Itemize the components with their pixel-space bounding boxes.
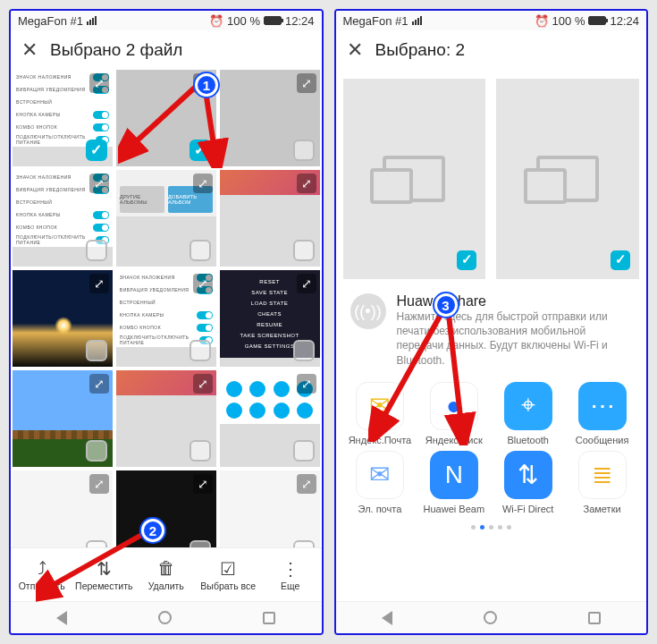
share-target[interactable]: ≣Заметки [567,451,637,514]
checkbox[interactable] [293,440,315,462]
app-label: Яндекс.Диск [425,435,483,445]
thumbnail[interactable]: ⤢ [13,470,113,547]
share-target[interactable]: ⌖Bluetooth [493,382,563,445]
home-icon[interactable] [484,611,497,624]
select-all-button[interactable]: ☑ Выбрать все [198,548,260,601]
expand-icon[interactable]: ⤢ [89,474,109,494]
checkbox[interactable] [86,540,107,547]
expand-icon[interactable]: ⤢ [297,474,316,494]
carrier-label: MegaFon #1 [18,14,83,28]
phone-left screenshot: MegaFon #1 ⏰ 100 % 12:24 ✕ Выбрано 2 фай… [9,9,324,635]
expand-icon[interactable]: ⤢ [89,174,109,193]
select-all-icon: ☑ [220,558,236,578]
thumbnail[interactable]: ЗНАЧОК НАЛОЖЕНИЯ ВИБРАЦИЯ УВЕДОМЛЕНИЯ ВС… [13,170,113,267]
share-target[interactable]: ⋯Сообщения [567,382,637,445]
pager-dot[interactable] [507,525,511,530]
thumbnail[interactable]: ⤢ [220,470,320,547]
checkbox[interactable] [293,540,315,547]
checkbox-checked[interactable] [457,250,476,270]
checkbox[interactable] [190,540,211,547]
phone-right screenshot: MegaFon #1 ⏰ 100 % 12:24 ✕ Выбрано: 2 [334,9,649,635]
checkbox[interactable] [293,140,315,161]
pager-dot[interactable] [471,525,476,530]
clock: 12:24 [285,14,315,28]
preview-thumb[interactable] [343,79,486,279]
page-indicator [336,518,647,537]
carrier-label: MegaFon #1 [343,14,409,28]
share-target[interactable]: NHuawei Beam [418,451,489,514]
recents-icon[interactable] [263,612,275,624]
expand-icon[interactable]: ⤢ [193,474,213,494]
signal-icon [87,16,97,25]
checkbox[interactable] [293,240,315,261]
close-icon[interactable]: ✕ [21,38,38,62]
pager-dot[interactable] [480,525,484,530]
expand-icon[interactable]: ⤢ [193,374,213,394]
back-icon[interactable] [382,611,392,625]
pager-dot[interactable] [498,525,502,530]
expand-icon[interactable]: ⤢ [89,374,109,394]
alarm-icon: ⏰ [209,14,223,28]
share-sheet: ((•)) Huawei Share Нажмите здесь для быс… [336,70,647,601]
checkbox[interactable] [86,240,107,261]
share-target[interactable]: ⇅Wi-Fi Direct [493,451,563,514]
checkbox-checked[interactable] [611,250,630,270]
huawei-share-row[interactable]: ((•)) Huawei Share Нажмите здесь для быс… [336,284,647,371]
checkbox-checked[interactable] [190,140,211,161]
checkbox[interactable] [190,340,211,361]
expand-icon[interactable]: ⤢ [89,73,109,93]
more-button[interactable]: ⋮ Еще [259,548,322,601]
send-button[interactable]: ⤴ Отправить [11,548,73,601]
thumbnail[interactable]: ЗНАЧОК НАЛОЖЕНИЯ ВИБРАЦИЯ УВЕДОМЛЕНИЯ ВС… [13,70,113,166]
expand-icon[interactable]: ⤢ [193,274,213,293]
thumbnail[interactable]: ⤢ [13,270,113,367]
back-icon[interactable] [56,611,67,625]
checkbox[interactable] [86,340,107,361]
home-icon[interactable] [158,611,172,624]
share-target[interactable]: ●Яндекс.Диск [418,382,489,445]
thumbnail[interactable]: ⤢ [220,370,320,467]
battery-pct: 100 % [227,14,260,28]
thumbnail[interactable]: ⤢ [116,370,216,467]
expand-icon[interactable]: ⤢ [89,274,109,293]
app-icon: ≣ [578,451,627,499]
move-icon: ⇅ [97,558,112,578]
image-placeholder-icon [383,156,445,202]
delete-button[interactable]: 🗑 Удалить [135,548,198,601]
thumbnail[interactable]: ⤢ [13,370,113,467]
expand-icon[interactable]: ⤢ [193,73,213,93]
huawei-share-title: Huawei Share [397,293,633,309]
thumbnail[interactable]: ⤢ [220,70,320,166]
signal-icon [412,16,422,25]
battery-icon [588,16,606,25]
app-label: Bluetooth [507,435,548,445]
expand-icon[interactable]: ⤢ [297,374,316,394]
move-button[interactable]: ⇅ Переместить [73,548,136,601]
expand-icon[interactable]: ⤢ [297,174,316,193]
status-bar: MegaFon #1 ⏰ 100 % 12:24 [11,11,322,30]
alarm-icon: ⏰ [535,14,549,28]
checkbox[interactable] [293,340,315,361]
expand-icon[interactable]: ⤢ [297,73,316,93]
share-target[interactable]: ✉Эл. почта [345,451,416,514]
expand-icon[interactable]: ⤢ [193,174,213,193]
thumbnail[interactable]: ДРУГИЕ АЛЬБОМЫ ДОБАВИТЬ АЛЬБОМ ⤢ [116,170,216,267]
huawei-share-desc: Нажмите здесь для быстрой отправки или п… [397,309,633,368]
app-icon: ⋯ [578,382,627,430]
share-icon: ⤴ [38,558,46,578]
close-icon[interactable]: ✕ [347,38,363,62]
preview-thumb[interactable] [496,79,639,279]
checkbox-checked[interactable] [86,140,107,161]
thumbnail[interactable]: RESET SAVE STATE LOAD STATE CHEATS RESUM… [220,270,320,367]
thumbnail[interactable]: ⤢ [116,70,216,166]
pager-dot[interactable] [489,525,493,530]
expand-icon[interactable]: ⤢ [297,274,316,293]
thumbnail[interactable]: ЗНАЧОК НАЛОЖЕНИЯ ВИБРАЦИЯ УВЕДОМЛЕНИЯ ВС… [116,270,216,367]
checkbox[interactable] [86,440,107,462]
share-target[interactable]: ✉Яндекс.Почта [345,382,416,445]
thumbnail[interactable]: ⤢ [116,470,216,547]
checkbox[interactable] [190,440,211,462]
checkbox[interactable] [190,240,211,261]
thumbnail[interactable]: ⤢ [220,170,320,267]
recents-icon[interactable] [588,612,601,624]
